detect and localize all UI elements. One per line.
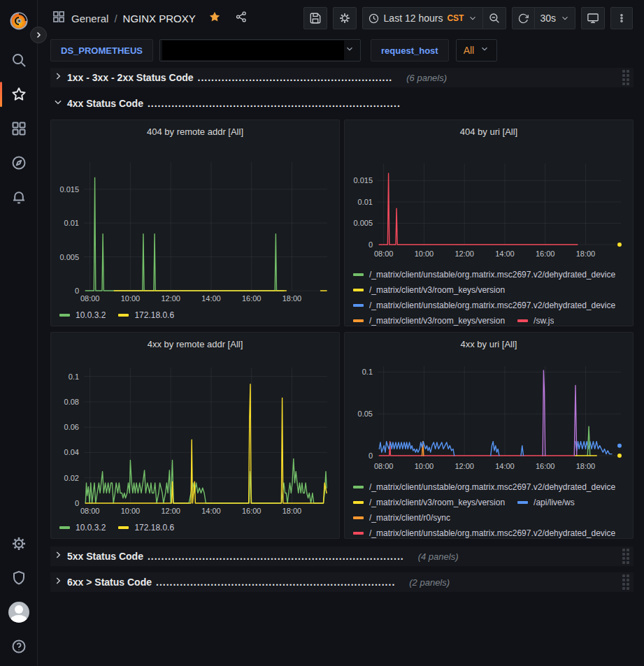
svg-text:0: 0 — [368, 240, 373, 249]
row-4xx[interactable]: 4xx Status Code ........................… — [50, 94, 634, 113]
save-dashboard-button[interactable] — [303, 7, 327, 29]
dashboard-settings-button[interactable] — [333, 7, 357, 29]
panel-legend: /_matrix/client/unstable/org.matrix.msc2… — [345, 266, 633, 326]
row-drag-handle[interactable] — [622, 549, 629, 564]
row-panel-count: (4 panels) — [418, 551, 459, 562]
legend-item[interactable]: /_matrix/client/v3/room_keys/version — [353, 313, 505, 326]
legend-item[interactable]: /sw.js — [517, 313, 554, 326]
timeseries-chart[interactable]: 00.050.108:0010:0012:0014:0016:0018:00 — [350, 355, 628, 474]
row-6xx[interactable]: 6xx > Status Code ......................… — [50, 572, 634, 592]
legend-label: 10.0.3.2 — [76, 310, 106, 320]
refresh-interval-picker[interactable]: 30s — [535, 7, 575, 29]
svg-text:12:00: 12:00 — [161, 507, 180, 515]
share-dashboard-button[interactable] — [235, 10, 248, 26]
svg-text:0.005: 0.005 — [353, 219, 373, 227]
svg-text:0.015: 0.015 — [353, 176, 373, 184]
row-5xx[interactable]: 5xx Status Code ........................… — [50, 546, 634, 566]
monitor-icon — [587, 12, 599, 24]
svg-text:14:00: 14:00 — [495, 462, 515, 470]
more-options-button[interactable] — [610, 7, 633, 29]
legend-swatch — [353, 486, 364, 488]
legend-label: /_matrix/client/v3/room_keys/version — [369, 316, 505, 326]
svg-text:12:00: 12:00 — [455, 462, 474, 470]
cycle-view-mode-button[interactable] — [581, 7, 605, 29]
sidebar — [0, 0, 38, 666]
legend-label: /_matrix/client/unstable/org.matrix.msc2… — [369, 482, 615, 492]
breadcrumb-separator: / — [114, 13, 117, 24]
legend-item[interactable]: /_matrix/client/v3/room_keys/version — [353, 282, 505, 298]
sidebar-item-profile[interactable] — [0, 598, 38, 626]
star-dashboard-button[interactable] — [208, 10, 221, 26]
variables-bar: DS_PROMETHEUS request_host All — [38, 36, 644, 64]
sidebar-item-explore[interactable] — [0, 149, 38, 177]
legend-label: 172.18.0.6 — [134, 523, 174, 533]
legend-item[interactable]: /_matrix/client/unstable/org.matrix.msc2… — [353, 267, 615, 282]
legend-label: /_matrix/client/unstable/org.matrix.msc2… — [369, 301, 615, 310]
legend-item[interactable]: 172.18.0.6 — [118, 520, 174, 535]
legend-swatch — [353, 501, 364, 504]
top-nav: General / NGINX PROXY — [38, 0, 644, 36]
variable-selected-value: All — [464, 45, 475, 56]
toolbar: Last 12 hours CST — [303, 7, 633, 29]
sidebar-item-help[interactable] — [0, 632, 38, 660]
row-drag-handle[interactable] — [622, 574, 629, 590]
sidebar-expand-button[interactable] — [30, 27, 47, 43]
panel-title[interactable]: 4xx by uri [All] — [345, 334, 633, 355]
legend-item[interactable]: 10.0.3.2 — [59, 307, 106, 323]
active-indicator — [0, 82, 2, 107]
svg-text:18:00: 18:00 — [576, 462, 596, 470]
legend-item[interactable]: 10.0.3.2 — [59, 520, 106, 535]
refresh-button[interactable] — [512, 7, 535, 29]
timeseries-chart[interactable]: 00.0050.010.01508:0010:0012:0014:0016:00… — [56, 143, 334, 306]
sidebar-item-dashboards[interactable] — [0, 115, 38, 143]
panel-404-by-uri: 404 by uri [All] 00.0050.010.01508:0010:… — [344, 120, 634, 326]
zoom-out-time-button[interactable] — [483, 7, 506, 29]
grafana-logo-icon — [9, 11, 29, 31]
legend-item[interactable]: /_matrix/client/r0/sync — [353, 510, 450, 526]
sidebar-item-configuration[interactable] — [0, 530, 38, 558]
svg-text:18:00: 18:00 — [576, 249, 596, 258]
panel-title[interactable]: 404 by uri [All] — [345, 122, 633, 143]
sidebar-item-starred[interactable] — [0, 80, 38, 108]
chevron-down-icon — [53, 97, 63, 110]
variable-value-request-host[interactable]: All — [456, 39, 498, 61]
breadcrumb-folder[interactable]: General — [71, 13, 108, 24]
panel-legend: 10.0.3.2172.18.0.6 — [51, 306, 339, 323]
variable-value-ds-prometheus[interactable] — [159, 39, 361, 61]
svg-text:14:00: 14:00 — [201, 294, 221, 303]
row-1xx-3xx-2xx[interactable]: 1xx - 3xx - 2xx Status Code ............… — [50, 68, 634, 87]
sidebar-item-alerting[interactable] — [0, 183, 38, 211]
shield-icon — [10, 570, 27, 586]
panel-title[interactable]: 404 by remote addr [All] — [51, 122, 339, 143]
panel-title[interactable]: 4xx by remote addr [All] — [51, 334, 339, 355]
main-area: General / NGINX PROXY — [38, 0, 644, 666]
legend-item[interactable]: /_matrix/client/unstable/org.matrix.msc2… — [353, 298, 615, 313]
legend-label: /_matrix/client/unstable/org.matrix.msc2… — [369, 270, 615, 280]
legend-item[interactable]: /_matrix/client/v3/room_keys/version — [353, 495, 505, 510]
legend-label: 10.0.3.2 — [76, 523, 106, 533]
svg-text:0.04: 0.04 — [64, 448, 79, 456]
time-range-picker[interactable]: Last 12 hours CST — [362, 7, 484, 29]
legend-item[interactable]: /api/live/ws — [517, 495, 575, 510]
sidebar-item-search[interactable] — [0, 46, 38, 74]
svg-text:10:00: 10:00 — [415, 249, 434, 258]
svg-text:0.01: 0.01 — [64, 219, 79, 227]
legend-item[interactable]: /_matrix/client/unstable/org.matrix.msc2… — [353, 526, 615, 538]
legend-item[interactable]: /_matrix/client/unstable/org.matrix.msc2… — [353, 479, 615, 495]
timeseries-chart[interactable]: 00.0050.010.01508:0010:0012:0014:0016:00… — [350, 143, 628, 261]
chevron-down-icon — [560, 13, 570, 23]
sidebar-item-server-admin[interactable] — [0, 564, 38, 592]
legend-swatch — [118, 526, 129, 529]
legend-swatch — [353, 319, 364, 322]
timezone-label: CST — [447, 13, 464, 23]
legend-swatch — [517, 501, 528, 504]
row-title: 5xx Status Code — [67, 551, 143, 562]
clock-icon — [368, 13, 380, 24]
svg-text:0: 0 — [75, 499, 79, 507]
svg-text:16:00: 16:00 — [536, 462, 555, 470]
chevron-right-icon — [34, 31, 43, 39]
timeseries-chart[interactable]: 00.020.040.060.080.108:0010:0012:0014:00… — [56, 355, 334, 519]
row-drag-handle[interactable] — [622, 70, 629, 85]
svg-text:10:00: 10:00 — [121, 507, 141, 515]
legend-item[interactable]: 172.18.0.6 — [118, 307, 174, 323]
